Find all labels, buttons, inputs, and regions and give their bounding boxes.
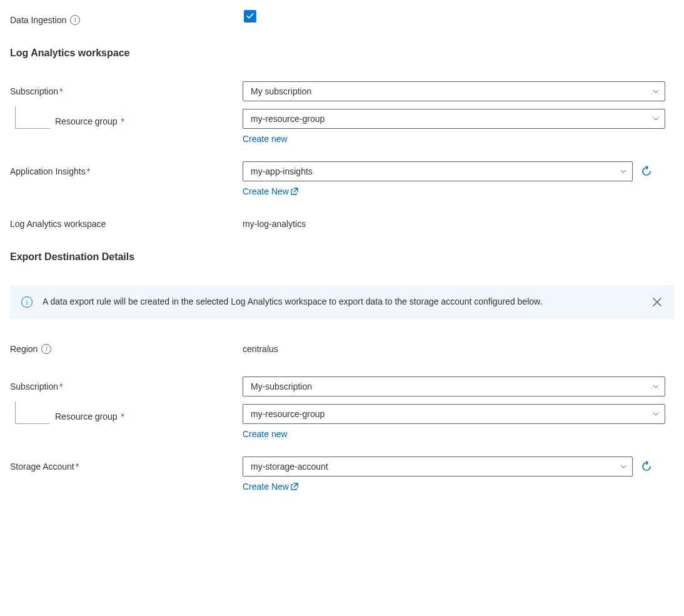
region-label: Region: [10, 344, 38, 354]
refresh-icon: [640, 460, 653, 473]
export-heading: Export Destination Details: [10, 251, 674, 263]
region-value: centralus: [243, 339, 674, 359]
required-indicator: *: [76, 462, 79, 472]
chevron-down-icon: [620, 463, 627, 470]
data-ingestion-checkbox[interactable]: [244, 10, 256, 23]
chevron-down-icon: [620, 168, 627, 175]
required-indicator: *: [121, 412, 124, 422]
resource-group-label: Resource group: [55, 116, 118, 126]
required-indicator: *: [121, 116, 124, 126]
chevron-down-icon: [652, 115, 660, 123]
refresh-icon: [640, 165, 653, 178]
storage-account-label: Storage Account: [10, 462, 74, 472]
create-new-storage-link[interactable]: Create New: [243, 482, 674, 492]
close-icon: [651, 296, 663, 308]
export-subscription-label: Subscription: [10, 381, 58, 391]
info-icon[interactable]: i: [41, 344, 51, 354]
subscription-value: My subscription: [251, 86, 311, 96]
create-new-ai-link[interactable]: Create New: [243, 186, 674, 196]
chevron-down-icon: [652, 410, 660, 418]
app-insights-label: Application Insights: [10, 166, 86, 176]
checkmark-icon: [246, 12, 254, 21]
app-insights-select[interactable]: my-app-insights: [243, 161, 633, 181]
storage-account-select[interactable]: my-storage-account: [243, 457, 633, 477]
app-insights-value: my-app-insights: [251, 166, 313, 176]
close-button[interactable]: [651, 296, 663, 308]
subscription-select[interactable]: My subscription: [243, 81, 665, 101]
external-link-icon: [290, 187, 299, 196]
export-subscription-value: My-subscription: [251, 381, 312, 391]
refresh-button[interactable]: [638, 458, 655, 475]
chevron-down-icon: [652, 383, 660, 390]
resource-group-select[interactable]: my-resource-group: [243, 109, 665, 129]
required-indicator: *: [87, 166, 90, 176]
chevron-down-icon: [652, 88, 660, 95]
export-rg-label: Resource group: [55, 412, 118, 422]
info-icon[interactable]: i: [70, 15, 80, 25]
create-new-storage-label: Create New: [243, 482, 289, 492]
create-new-ai-label: Create New: [243, 186, 289, 196]
refresh-button[interactable]: [638, 163, 655, 180]
required-indicator: *: [59, 381, 63, 391]
export-create-new-rg-link[interactable]: Create new: [243, 429, 674, 439]
external-link-icon: [290, 482, 299, 491]
law-workspace-value: my-log-analytics: [243, 214, 674, 234]
info-icon: i: [21, 296, 33, 308]
create-new-rg-link[interactable]: Create new: [243, 134, 674, 144]
data-ingestion-label: Data Ingestion: [10, 15, 66, 25]
indent-connector: [15, 106, 50, 129]
storage-account-value: my-storage-account: [251, 462, 328, 472]
export-rg-value: my-resource-group: [251, 409, 324, 419]
resource-group-value: my-resource-group: [251, 114, 324, 124]
info-banner: i A data export rule will be created in …: [10, 285, 674, 319]
subscription-label: Subscription: [10, 86, 58, 96]
export-rg-select[interactable]: my-resource-group: [243, 404, 665, 424]
law-workspace-label: Log Analytics workspace: [10, 219, 106, 229]
log-analytics-heading: Log Analytics workspace: [10, 48, 674, 59]
indent-connector: [15, 401, 50, 424]
banner-text: A data export rule will be created in th…: [43, 295, 641, 309]
export-subscription-select[interactable]: My-subscription: [243, 376, 665, 396]
required-indicator: *: [59, 86, 63, 96]
